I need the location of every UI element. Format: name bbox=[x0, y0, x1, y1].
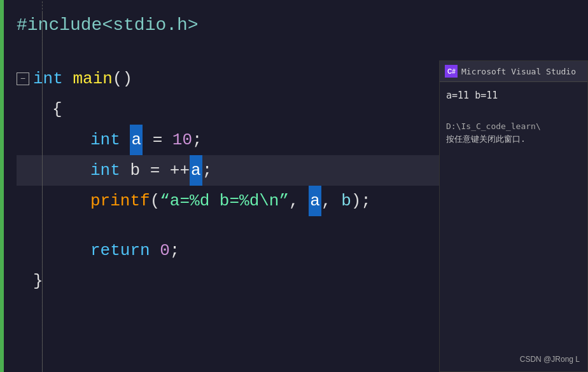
code-line-main-sig: − int main () bbox=[17, 64, 443, 94]
brace-close: } bbox=[33, 266, 43, 296]
code-line-int-b: int b = ++ a ; bbox=[17, 155, 443, 186]
popup-path: D:\Is_C_code_learn\ bbox=[446, 121, 581, 131]
increment-op: ++ bbox=[170, 155, 190, 186]
svg-text:C#: C# bbox=[447, 68, 456, 75]
code-container: #include<stdio.h> − int main () { int a … bbox=[4, 0, 443, 372]
func-name-main: main bbox=[73, 64, 112, 94]
code-line-blank2 bbox=[17, 216, 443, 235]
code-line-brace-close: } bbox=[17, 266, 443, 296]
code-line-brace-open: { bbox=[17, 94, 443, 125]
code-line-int-a: int a = 10 ; bbox=[17, 125, 443, 155]
var-a-highlight2: a bbox=[190, 155, 202, 186]
keyword-int-a: int bbox=[90, 125, 130, 155]
keyword-int-b: int bbox=[90, 155, 130, 186]
semicolon-b: ; bbox=[202, 155, 213, 186]
code-line-blank1 bbox=[17, 45, 443, 64]
brace-open: { bbox=[52, 94, 62, 125]
popup-title-text: Microsoft Visual Studio bbox=[461, 67, 576, 76]
code-line-printf: printf ( “a=%d b=%d\n” , a , b ); bbox=[17, 186, 443, 216]
comma2: , bbox=[321, 186, 341, 216]
string-literal: “a=%d b=%d\n” bbox=[160, 186, 289, 216]
var-b-printf: b bbox=[341, 186, 351, 216]
var-b: b bbox=[130, 155, 140, 186]
popup-footer: CSDN @JRong L bbox=[520, 355, 580, 364]
assign-a: = bbox=[143, 125, 172, 155]
var-a-printf: a bbox=[309, 186, 321, 216]
assign-b: = bbox=[140, 155, 170, 186]
semicolon-return: ; bbox=[170, 235, 180, 266]
comma1: , bbox=[289, 186, 309, 216]
popup-header: C# Microsoft Visual Studio bbox=[440, 61, 587, 82]
keyword-return: return bbox=[90, 235, 160, 266]
code-line-include: #include<stdio.h> bbox=[17, 6, 443, 45]
value-0: 0 bbox=[160, 235, 170, 266]
main-parens: () bbox=[113, 64, 132, 94]
printf-paren-close: ); bbox=[351, 186, 371, 216]
include-text: #include<stdio.h> bbox=[17, 6, 199, 45]
func-printf: printf bbox=[90, 186, 150, 216]
popup-close-hint: 按任意键关闭此窗口. bbox=[446, 134, 581, 145]
popup-panel: C# Microsoft Visual Studio a=11 b=11 D:\… bbox=[439, 60, 588, 372]
printf-paren-open: ( bbox=[150, 186, 160, 216]
code-line-return: return 0 ; bbox=[17, 235, 443, 266]
value-10: 10 bbox=[172, 125, 192, 155]
var-a-highlight: a bbox=[130, 125, 143, 155]
fold-icon[interactable]: − bbox=[17, 72, 29, 85]
editor-area: #include<stdio.h> − int main () { int a … bbox=[0, 0, 588, 372]
keyword-int-main: int bbox=[33, 64, 73, 94]
semicolon-a: ; bbox=[192, 125, 202, 155]
popup-body: a=11 b=11 D:\Is_C_code_learn\ 按任意键关闭此窗口. bbox=[440, 82, 587, 153]
popup-output: a=11 b=11 bbox=[446, 90, 581, 101]
vs-icon: C# bbox=[445, 65, 458, 78]
